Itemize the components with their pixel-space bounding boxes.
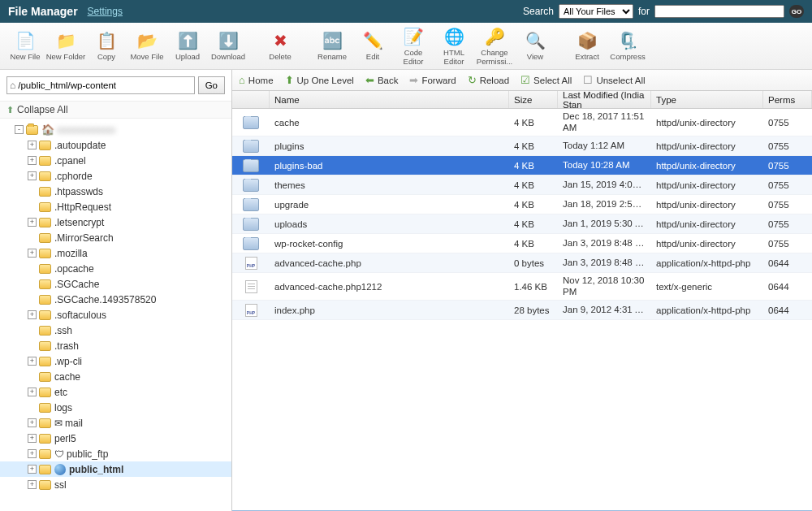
tree-toggle[interactable]: + [28, 249, 37, 258]
edit-button[interactable]: ✏️Edit [352, 24, 393, 68]
tree-toggle[interactable]: + [28, 465, 37, 474]
tree-item[interactable]: +.autoupdate [0, 137, 231, 153]
html-editor-button[interactable]: 🌐HTML Editor [434, 24, 474, 68]
folder-tree: -🏠xxxxxxxxxxxx+.autoupdate+.cpanel+.cpho… [0, 119, 231, 511]
search-go-button[interactable]: GO [789, 5, 804, 18]
change-perms-button[interactable]: 🔑Change Permissi... [474, 24, 515, 68]
search-input[interactable] [654, 5, 784, 18]
nav-back[interactable]: ⬅Back [365, 74, 399, 86]
php-icon [245, 257, 257, 270]
rename-button[interactable]: 🔤Rename [312, 24, 352, 68]
tree-toggle[interactable]: + [28, 449, 37, 458]
tree-item-label: .htpasswds [54, 186, 103, 197]
tree-item[interactable]: +.softaculous [0, 307, 231, 323]
new-folder-button[interactable]: 📁New Folder [45, 24, 86, 68]
table-row[interactable]: plugins4 KBToday 1:12 AMhttpd/unix-direc… [232, 136, 812, 156]
move-file-button[interactable]: 📂Move File [127, 24, 167, 68]
tree-item[interactable]: .ssh [0, 323, 231, 338]
cell-type: httpd/unix-directory [651, 200, 763, 210]
upload-button[interactable]: ⬆️Upload [167, 24, 208, 68]
tree-item[interactable]: +.cpanel [0, 153, 231, 168]
folder-icon [39, 141, 51, 150]
tree-toggle[interactable]: + [28, 480, 37, 489]
code-editor-button[interactable]: 📝Code Editor [393, 24, 434, 68]
tree-item-label: .softaculous [54, 310, 106, 321]
tree-toggle[interactable]: + [28, 156, 37, 165]
view-button[interactable]: 🔍View [515, 24, 555, 68]
col-modified[interactable]: Last Modified (India Stan [558, 91, 651, 108]
tree-toggle[interactable]: + [28, 171, 37, 180]
table-row[interactable]: plugins-bad4 KBToday 10:28 AMhttpd/unix-… [232, 156, 812, 175]
new-file-button[interactable]: 📄New File [5, 24, 45, 68]
table-row[interactable]: advanced-cache.php12121.46 KBNov 12, 201… [232, 273, 812, 301]
tree-item[interactable]: .opcache [0, 261, 231, 276]
nav-unselect-all[interactable]: ☐Unselect All [583, 74, 645, 86]
tree-toggle[interactable]: + [28, 310, 37, 319]
tree-toggle[interactable]: + [28, 357, 37, 366]
table-row[interactable]: index.php28 bytesJan 9, 2012 4:31 AMappl… [232, 301, 812, 320]
tree-toggle[interactable]: + [28, 141, 37, 149]
tree-item[interactable]: .SGCache.1493578520 [0, 292, 231, 307]
main-toolbar: 📄New File 📁New Folder 📋Copy 📂Move File ⬆… [0, 23, 812, 70]
tree-item[interactable]: logs [0, 400, 231, 415]
edit-icon: ✏️ [362, 30, 383, 51]
nav-select-all[interactable]: ☑Select All [520, 74, 572, 86]
download-button[interactable]: ⬇️Download [208, 24, 248, 68]
cell-modified: Dec 18, 2017 11:51 AM [558, 111, 651, 132]
tree-item[interactable]: .MirrorSearch [0, 230, 231, 245]
table-row[interactable]: upgrade4 KBJan 18, 2019 2:52 AMhttpd/uni… [232, 195, 812, 214]
tree-item[interactable]: .SGCache [0, 276, 231, 292]
move-icon: 📂 [136, 30, 158, 51]
copy-button[interactable]: 📋Copy [86, 24, 127, 68]
tree-item[interactable]: +.letsencrypt [0, 214, 231, 230]
select-all-icon: ☑ [520, 74, 530, 86]
path-go-button[interactable]: Go [198, 76, 225, 94]
col-size[interactable]: Size [509, 91, 558, 108]
folder-icon [39, 279, 51, 289]
rename-icon: 🔤 [322, 30, 343, 51]
nav-reload[interactable]: ↻Reload [468, 74, 509, 86]
table-row[interactable]: advanced-cache.php0 bytesJan 3, 2019 8:4… [232, 253, 812, 273]
tree-item[interactable]: +public_html [0, 461, 231, 477]
tree-item[interactable]: +etc [0, 384, 231, 400]
tree-item[interactable]: .HttpRequest [0, 199, 231, 214]
tree-item[interactable]: -🏠xxxxxxxxxxxx [0, 122, 231, 137]
table-row[interactable]: wp-rocket-config4 KBJan 3, 2019 8:48 PMh… [232, 234, 812, 253]
tree-item[interactable]: +perl5 [0, 431, 231, 446]
tree-item-label: .SGCache.1493578520 [54, 294, 156, 305]
tree-item[interactable]: +ssl [0, 477, 231, 492]
col-name[interactable]: Name [270, 91, 509, 108]
tree-item[interactable]: +🛡public_ftp [0, 446, 231, 461]
tree-item[interactable]: +.cphorde [0, 168, 231, 184]
tree-item[interactable]: +.mozilla [0, 245, 231, 261]
col-perms[interactable]: Perms [763, 91, 812, 108]
search-scope-select[interactable]: All Your Files [559, 4, 633, 19]
cell-perms: 0755 [763, 141, 812, 151]
tree-toggle[interactable]: + [28, 418, 37, 427]
tree-toggle [28, 295, 37, 304]
tree-item[interactable]: cache [0, 369, 231, 384]
settings-link[interactable]: Settings [88, 6, 123, 17]
nav-up[interactable]: ⬆Up One Level [285, 74, 354, 86]
table-row[interactable]: themes4 KBJan 15, 2019 4:00 PMhttpd/unix… [232, 175, 812, 195]
tree-toggle[interactable]: + [28, 434, 37, 443]
collapse-all-button[interactable]: ⬆ Collapse All [0, 101, 231, 119]
nav-home[interactable]: ⌂Home [239, 74, 274, 86]
tree-item[interactable]: .htpasswds [0, 184, 231, 199]
tree-item[interactable]: .trash [0, 338, 231, 353]
col-type[interactable]: Type [651, 91, 763, 108]
compress-button[interactable]: 🗜️Compress [607, 24, 648, 68]
table-row[interactable]: cache4 KBDec 18, 2017 11:51 AMhttpd/unix… [232, 109, 812, 136]
nav-forward[interactable]: ➡Forward [409, 74, 456, 86]
tree-toggle[interactable]: - [15, 125, 24, 134]
delete-button[interactable]: ✖Delete [260, 24, 300, 68]
cell-modified: Nov 12, 2018 10:30 PM [558, 275, 651, 297]
tree-toggle[interactable]: + [28, 388, 37, 396]
tree-toggle[interactable]: + [28, 218, 37, 227]
tree-item[interactable]: +✉mail [0, 415, 231, 431]
extract-button[interactable]: 📦Extract [567, 24, 607, 68]
table-row[interactable]: uploads4 KBJan 1, 2019 5:30 AMhttpd/unix… [232, 214, 812, 234]
folder-icon [39, 372, 51, 382]
tree-item[interactable]: +.wp-cli [0, 353, 231, 369]
path-input-wrapper[interactable]: ⌂ /public_html/wp-content [6, 76, 195, 94]
